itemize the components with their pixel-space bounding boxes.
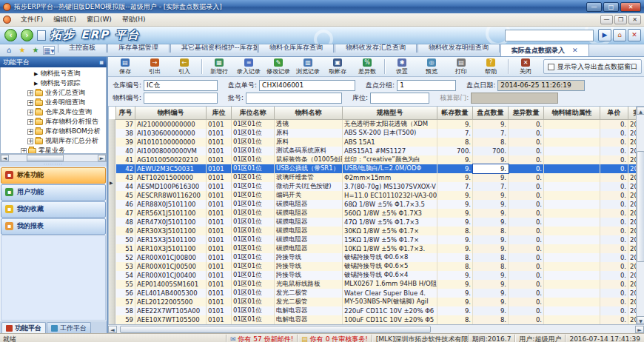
new-row-button[interactable]: ▦新增行 (204, 58, 234, 76)
add-favorite-icon[interactable]: ★ (30, 45, 41, 56)
table-row[interactable]: 39AI1010100000000010101区01位原料ABS 15A18.8… (116, 138, 637, 147)
column-header-单价[interactable]: 单价 (600, 107, 628, 119)
quick-search-box[interactable] (505, 30, 594, 41)
column-header-物料名称[interactable]: 物料名称 (275, 107, 343, 119)
table-row[interactable]: 50AER15X3J5101100010101区01位碳膜电阻器15KΩ 1/8… (116, 235, 637, 244)
table-row[interactable]: 43AET10201500000010101区01位玻璃纤维套管Φ2mm×15m… (116, 173, 637, 182)
back-icon[interactable]: ‹ (4, 29, 17, 41)
new-mail-status[interactable]: ✉你有 57 份新邮件! (226, 335, 297, 342)
tree-expand-icon[interactable]: + (27, 110, 33, 115)
column-header-盘点数量[interactable]: 盘点数量 (473, 107, 509, 119)
sidebar-tab-工作平台[interactable]: 工作平台 (47, 322, 91, 333)
menu-item[interactable]: 编辑(E) (48, 14, 81, 24)
clear-icon[interactable]: ✕ (628, 29, 641, 41)
location-field[interactable] (370, 93, 429, 104)
help-button[interactable]: ?帮助 (476, 58, 506, 76)
table-row[interactable]: 55AEP014005SM1601010101区01位光电鼠标线路板MLX026… (116, 280, 637, 289)
column-header-差异数量[interactable]: 差异数量 (509, 107, 544, 119)
export-button[interactable]: →引出 (140, 58, 170, 76)
audit-tasks-status[interactable]: ▤你有 0 件审核事务! (297, 335, 372, 342)
scroll-left-icon[interactable]: ◄ (108, 326, 117, 333)
sidebar-item-库存物料BOM分析[interactable]: +库存物料BOM分析 (1, 127, 106, 136)
row-selector-gutter[interactable]: ▶ (109, 119, 115, 324)
browse-record-button[interactable]: ▥浏览记录 (293, 58, 323, 76)
column-header-帐存数量[interactable]: 帐存数量 (437, 107, 473, 119)
table-row[interactable]: 54AER00X01CJ00400010101区01位跨接导线镀锡跨接导线 Φ0… (116, 271, 637, 280)
maximize-button[interactable]: □ (603, 2, 619, 12)
table-row[interactable]: 59AEE10X7WT105500010101区01位电解电容器100uF CD… (116, 315, 637, 324)
scrollbar-thumb[interactable] (120, 326, 431, 333)
sidebar-item-视期库存汇总分析[interactable]: +视期库存汇总分析 (1, 136, 106, 146)
count-group-field[interactable]: 1 (397, 80, 456, 91)
tab-list-icon[interactable]: ▦▾ (43, 46, 55, 55)
save-button[interactable]: ▤保存 (110, 58, 140, 76)
count-sheet-no-field[interactable]: CHXI406001 (259, 80, 355, 91)
sidebar-panel-标准功能[interactable]: ▪标准功能 (1, 167, 106, 184)
table-row[interactable]: 42AEWU2M3C50031010101区01位USB公插线（带SR1）USB… (116, 164, 637, 173)
sidebar-item-业务明细查询[interactable]: +业务明细查询 (1, 98, 106, 107)
home-tab-icon[interactable]: ⌂ (3, 45, 15, 56)
material-code-field[interactable] (144, 93, 218, 104)
table-row[interactable]: 49AER30X3J5101100010101区01位碳膜电阻器30KΩ 1/8… (116, 227, 637, 235)
menu-item[interactable]: 帮助(H) (117, 14, 151, 24)
print-button[interactable]: ▤打印 (446, 58, 476, 76)
sidebar-item-业务汇总查询[interactable]: +业务汇总查询 (1, 88, 106, 98)
scroll-right-icon[interactable]: ► (635, 326, 644, 333)
scrollbar-thumb[interactable] (637, 151, 644, 262)
batch-no-field[interactable] (246, 93, 342, 104)
close-tab-icon[interactable]: ✕ (572, 44, 578, 56)
sidebar-panel-我的报表[interactable]: ▪我的报表 (1, 218, 106, 235)
table-row[interactable]: 52AER00X01CJ00800010101区01位跨接导线镀锡跨接导线 Φ0… (116, 253, 637, 262)
tree-expand-icon[interactable]: + (27, 129, 33, 135)
mdi-restore-button[interactable]: ❒ (614, 15, 627, 24)
scroll-down-icon[interactable]: ▼ (637, 316, 644, 324)
table-row[interactable]: 40AI10008000000VM010101区01位测试条码系统原料ABS15… (116, 147, 637, 155)
document-tab-active[interactable]: 实际盘点数据录入✕ (500, 44, 589, 56)
table-row[interactable]: 45AESCRR8W0116200010101区01位编码开关H=11.0 EC… (116, 191, 637, 200)
menu-item[interactable]: 文件(F) (16, 14, 48, 24)
table-row[interactable]: 48AER47X0J5101100010101区01位碳膜电阻器47Ω 1/8W… (116, 218, 637, 227)
forward-icon[interactable]: › (21, 29, 33, 41)
pin-icon[interactable]: ▪ (99, 57, 104, 67)
table-row[interactable]: 37AI2100000000000010101区01位透镜无色透明带太阳花透镜（… (116, 119, 637, 129)
grid-vertical-scrollbar[interactable]: ▲ ▼ (636, 107, 644, 324)
import-button[interactable]: ←引入 (170, 58, 199, 76)
home-icon[interactable]: ⌂ (613, 29, 626, 41)
checkbox-icon[interactable] (548, 64, 554, 70)
sidebar-item-仓库及库位查询[interactable]: +仓库及库位查询 (1, 107, 106, 117)
table-row[interactable]: 47AER56X1J5101100010101区01位碳膜电阻器560Ω 1/8… (116, 209, 637, 218)
sidebar-item-物料批号查询[interactable]: ▶物料批号查询 (1, 69, 106, 78)
settings-button[interactable]: ✱设置 (387, 58, 417, 76)
tree-expand-icon[interactable]: + (27, 138, 33, 144)
table-row[interactable]: 57AEL20122005500010101区01位发光二极管MY-503NBS… (116, 298, 637, 306)
scroll-right-icon[interactable]: ► (98, 155, 106, 161)
table-row[interactable]: 53AER00X01CJ00500010101区01位跨接导线镀锡跨接导线 Φ0… (116, 262, 637, 271)
sidebar-panel-用户功能[interactable]: ▪用户功能 (1, 184, 106, 201)
tree-expand-icon[interactable]: + (21, 148, 27, 154)
scrollbar-thumb[interactable] (27, 155, 64, 161)
column-header-实盘[interactable]: 实盘 (628, 107, 637, 119)
sidebar-panel-我的收藏[interactable]: ▪我的收藏 (1, 201, 106, 218)
enter-record-button[interactable]: ≡录入记录 (234, 58, 264, 76)
table-row[interactable]: 56AEL401AB4005300010101区01位发光二极管Water Cl… (116, 289, 637, 298)
table-row[interactable]: 46AER88X0J5101100010101区01位碳膜电阻器68Ω 1/8W… (116, 200, 637, 209)
menu-item[interactable]: 窗口(W) (81, 14, 117, 24)
tree-expand-icon[interactable]: + (27, 119, 33, 125)
column-header-序号[interactable]: 序号 (116, 107, 135, 119)
column-header-库位[interactable]: 库位 (207, 107, 232, 119)
show-import-export-window-toggle[interactable]: 显示导入导出盘点数据窗口 (543, 59, 642, 74)
table-row[interactable]: 58AEE22X7WT105A00010101区01位电解电容器220uF CD… (116, 306, 637, 315)
modify-record-button[interactable]: ✎修改记录 (264, 58, 293, 76)
sidebar-item-零星业务[interactable]: +零星业务 (1, 146, 106, 154)
column-header-规格型号[interactable]: 规格型号 (343, 107, 437, 119)
tree-horizontal-scrollbar[interactable]: ◄ ► (0, 154, 107, 162)
minimize-button[interactable]: — (586, 2, 602, 12)
tree-expand-icon[interactable]: + (27, 100, 33, 106)
difference-button[interactable]: %差异数 (352, 58, 382, 76)
table-row[interactable]: 41AG1010050020210010101区01位鼠标装饰条（01005创新… (116, 155, 637, 164)
column-header-库位名称[interactable]: 库位名称 (232, 107, 275, 119)
preview-button[interactable]: ◎预览 (417, 58, 446, 76)
sidebar-item-库存物料分析报告[interactable]: +库存物料分析报告 (1, 117, 106, 127)
run-icon[interactable]: ▶ (598, 29, 611, 41)
warehouse-code-field[interactable]: IC仓 (144, 80, 218, 91)
